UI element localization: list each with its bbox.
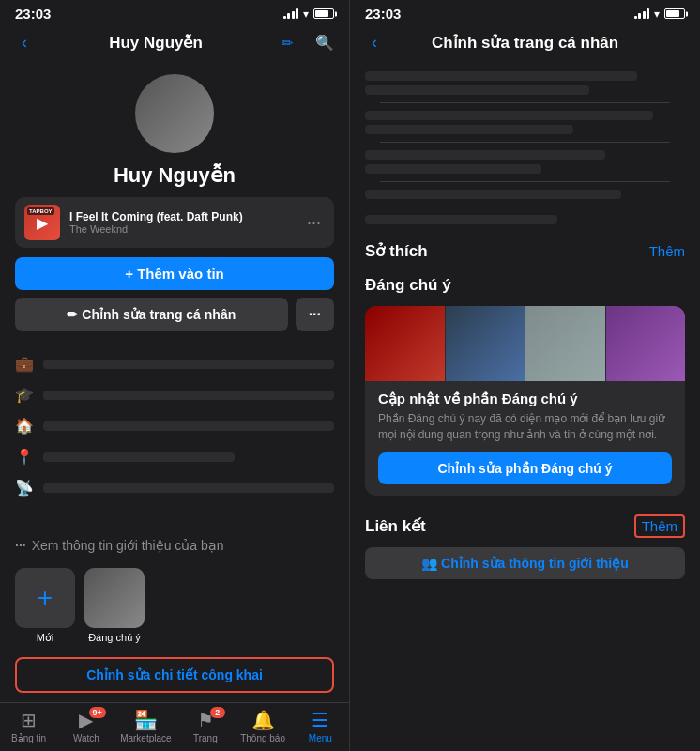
add-story-label: + Thêm vào tin <box>125 266 223 282</box>
add-story-button[interactable]: + Thêm vào tin <box>15 257 334 290</box>
edit-intro-button[interactable]: 👥 Chỉnh sửa thông tin giới thiệu <box>365 547 685 579</box>
story-add-icon: + <box>15 568 75 628</box>
page-label: Trang <box>193 733 218 743</box>
left-panel: 23:03 ▾ ‹ Huy Nguyễn ✏ 🔍 Huy Nguyễn <box>0 0 350 751</box>
featured-img-3 <box>525 306 605 381</box>
edit-profile-label: ✏ Chỉnh sửa trang cá nhân <box>67 307 236 322</box>
wifi-icon: ▾ <box>303 8 309 21</box>
dang-chu-y-card-desc: Phần Đáng chú ý nay đã có diện mạo mới đ… <box>378 411 672 443</box>
info-row-home: 🏠 <box>15 410 334 441</box>
status-time-left: 23:03 <box>15 6 51 22</box>
edit-public-button[interactable]: Chỉnh sửa chi tiết công khai <box>15 657 334 693</box>
stories-row: + Mới Đáng chú ý <box>0 560 349 651</box>
music-title: I Feel It Coming (feat. Daft Punk) <box>69 210 294 223</box>
dang-chu-y-card: Cập nhật về phần Đáng chú ý Phần Đáng ch… <box>365 306 685 496</box>
signal-icon-right <box>634 8 650 19</box>
edit-public-label: Chỉnh sửa chi tiết công khai <box>86 667 263 682</box>
nav-item-marketplace[interactable]: 🏪 Marketplace <box>120 709 171 743</box>
home-text <box>43 421 334 431</box>
music-more-icon[interactable]: ··· <box>303 213 325 233</box>
dang-chu-y-header: Đáng chú ý <box>350 267 700 300</box>
location-icon: 📍 <box>15 448 34 466</box>
see-more-dots: ··· <box>15 538 26 553</box>
lien-ket-section: 👥 Chỉnh sửa thông tin giới thiệu <box>350 544 700 589</box>
status-bar-left: 23:03 ▾ <box>0 0 349 25</box>
back-button-right[interactable]: ‹ <box>361 29 388 56</box>
battery-icon <box>313 8 334 19</box>
subscribe-text <box>43 483 334 493</box>
work-icon: 💼 <box>15 355 34 373</box>
right-content: Sở thích Thêm Đáng chú ý Cập nhật về phầ… <box>350 64 700 751</box>
info-row-study: 🎓 <box>15 379 334 410</box>
nav-item-feed[interactable]: ⊞ Bảng tin <box>6 709 53 743</box>
page-badge: 2 <box>210 707 225 718</box>
lien-ket-add-link[interactable]: Thêm <box>634 514 685 538</box>
lien-ket-header: Liên kết Thêm <box>350 505 700 544</box>
so-thich-title: Sở thích <box>365 241 428 261</box>
blurred-row-5 <box>365 207 685 232</box>
blurred-section <box>350 64 700 232</box>
work-text <box>43 360 334 369</box>
nav-item-watch[interactable]: 9+ ▶ Watch <box>63 709 110 743</box>
right-header-title: Chỉnh sửa trang cá nhân <box>388 33 662 53</box>
bottom-nav: ⊞ Bảng tin 9+ ▶ Watch 🏪 Marketplace 2 ⚑ … <box>0 702 349 751</box>
music-thumbnail: TAPBOY ▶ <box>24 205 60 240</box>
right-panel: 23:03 ▾ ‹ Chỉnh sửa trang cá nhân <box>350 0 700 751</box>
see-more-text: Xem thông tin giới thiệu của bạn <box>32 538 224 553</box>
story-add-item[interactable]: + Mới <box>15 568 75 644</box>
story-featured-item[interactable]: Đáng chú ý <box>84 568 145 644</box>
back-button-left[interactable]: ‹ <box>11 29 38 56</box>
info-row-subscribe: 📡 <box>15 472 334 503</box>
so-thich-add-link[interactable]: Thêm <box>649 243 685 259</box>
right-header: ‹ Chỉnh sửa trang cá nhân <box>350 25 700 64</box>
story-featured-label: Đáng chú ý <box>88 632 141 643</box>
lien-ket-title: Liên kết <box>365 516 426 536</box>
featured-img-1 <box>365 306 445 381</box>
blurred-row-4 <box>365 182 685 207</box>
info-row-work: 💼 <box>15 348 334 379</box>
see-more[interactable]: ··· Xem thông tin giới thiệu của bạn <box>0 530 349 560</box>
location-text <box>43 452 235 462</box>
notification-icon: 🔔 <box>251 709 275 731</box>
profile-name: Huy Nguyễn <box>114 163 236 188</box>
marketplace-icon: 🏪 <box>134 709 158 731</box>
so-thich-header: Sở thích Thêm <box>350 232 700 267</box>
subscribe-icon: 📡 <box>15 479 34 497</box>
edit-featured-button[interactable]: Chỉnh sửa phần Đáng chú ý <box>378 452 672 484</box>
status-time-right: 23:03 <box>365 6 401 22</box>
dang-chu-y-content: Cập nhật về phần Đáng chú ý Phần Đáng ch… <box>365 381 685 496</box>
feed-label: Bảng tin <box>11 733 46 743</box>
menu-icon: ☰ <box>312 709 328 731</box>
edit-profile-button[interactable]: ✏ Chỉnh sửa trang cá nhân <box>15 298 288 331</box>
search-icon[interactable]: 🔍 <box>312 30 338 55</box>
menu-label: Menu <box>309 733 332 743</box>
music-info: I Feel It Coming (feat. Daft Punk) The W… <box>69 210 294 235</box>
marketplace-label: Marketplace <box>120 733 171 743</box>
status-icons-right: ▾ <box>634 8 686 21</box>
nav-item-notification[interactable]: 🔔 Thông báo <box>239 709 286 743</box>
nav-item-menu[interactable]: ☰ Menu <box>297 709 343 743</box>
status-icons-left: ▾ <box>283 8 335 21</box>
wifi-icon-right: ▾ <box>654 8 660 21</box>
left-header-title: Huy Nguyễn <box>38 33 274 53</box>
more-button[interactable]: ··· <box>296 298 334 331</box>
watch-badge: 9+ <box>89 707 106 718</box>
signal-icon <box>283 8 299 19</box>
edit-featured-label: Chỉnh sửa phần Đáng chú ý <box>437 461 612 476</box>
edit-icon[interactable]: ✏ <box>274 31 300 55</box>
info-section: 💼 🎓 🏠 📍 📡 <box>0 348 349 530</box>
battery-icon-right <box>664 8 685 19</box>
featured-img-2 <box>446 306 525 381</box>
profile-section: Huy Nguyễn TAPBOY ▶ I Feel It Coming (fe… <box>0 64 349 348</box>
nav-item-page[interactable]: 2 ⚑ Trang <box>182 709 229 743</box>
story-featured-avatar <box>84 568 145 628</box>
edit-intro-label: 👥 Chỉnh sửa thông tin giới thiệu <box>421 556 629 571</box>
more-icon: ··· <box>309 306 321 322</box>
avatar-row <box>132 71 217 156</box>
notification-label: Thông báo <box>240 733 285 743</box>
edit-profile-row: ✏ Chỉnh sửa trang cá nhân ··· <box>15 298 334 331</box>
music-player[interactable]: TAPBOY ▶ I Feel It Coming (feat. Daft Pu… <box>15 197 334 248</box>
blurred-row-1 <box>365 64 685 102</box>
study-text <box>43 391 334 400</box>
study-icon: 🎓 <box>15 386 34 404</box>
